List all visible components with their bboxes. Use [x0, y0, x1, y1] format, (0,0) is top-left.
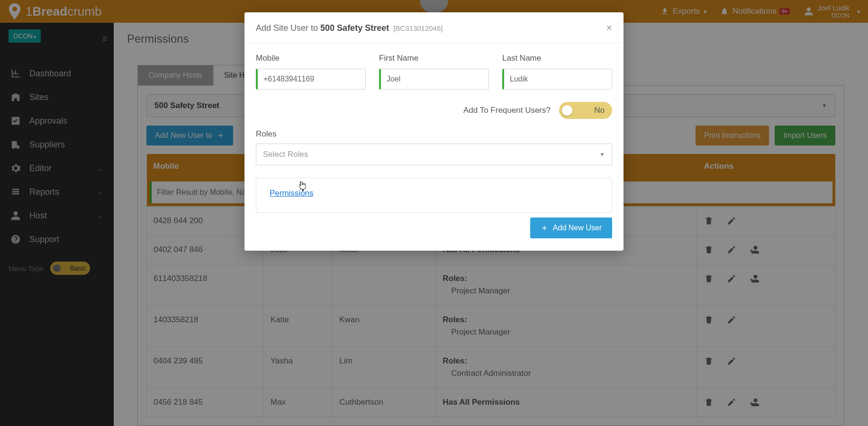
modal-title-prefix: Add Site User to	[256, 23, 320, 33]
last-name-input[interactable]	[502, 69, 612, 90]
add-new-user-submit-button[interactable]: Add New User	[530, 218, 612, 238]
permissions-link[interactable]: Permissions	[270, 189, 314, 198]
frequent-users-value: No	[594, 106, 605, 115]
last-name-label: Last Name	[502, 54, 612, 63]
mobile-input[interactable]	[256, 69, 366, 90]
roles-label: Roles	[256, 129, 612, 139]
add-site-user-modal: Add Site User to 500 Safety Street [BC31…	[244, 12, 624, 251]
modal-title-site: 500 Safety Street	[320, 23, 389, 33]
mobile-label: Mobile	[256, 54, 366, 63]
plus-icon	[541, 224, 548, 232]
chevron-down-icon: ▼	[599, 151, 605, 158]
add-btn-label: Add New User	[553, 224, 602, 232]
roles-placeholder: Select Roles	[263, 150, 308, 159]
modal-title-code: [BC313012046]	[393, 24, 443, 32]
close-icon[interactable]: ×	[606, 22, 612, 34]
permissions-card: Permissions	[256, 178, 612, 213]
frequent-users-toggle[interactable]: No	[559, 102, 612, 119]
modal-title: Add Site User to 500 Safety Street [BC31…	[256, 23, 443, 33]
roles-select[interactable]: Select Roles ▼	[256, 144, 612, 165]
toggle-knob	[562, 105, 572, 116]
first-name-label: First Name	[379, 54, 489, 63]
frequent-users-label: Add To Frequent Users?	[463, 106, 551, 115]
first-name-input[interactable]	[379, 69, 489, 90]
